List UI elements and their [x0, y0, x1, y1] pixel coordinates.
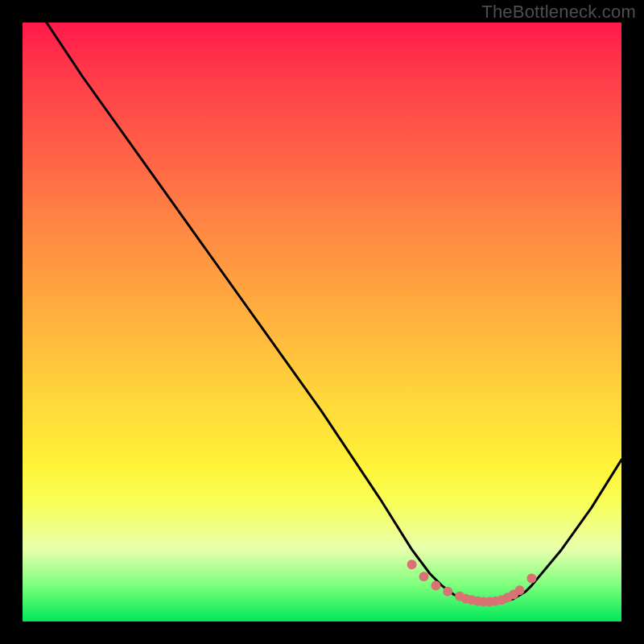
svg-point-0: [407, 559, 417, 569]
svg-point-2: [431, 580, 440, 590]
chart-plot-area: [23, 23, 621, 621]
chart-flat-dots: [407, 559, 537, 606]
chart-curve: [47, 23, 621, 604]
watermark-text: TheBottleneck.com: [481, 2, 636, 23]
svg-point-15: [526, 573, 536, 583]
chart-svg: [23, 23, 621, 621]
svg-point-1: [419, 572, 429, 581]
svg-point-3: [443, 587, 452, 597]
svg-point-14: [515, 585, 525, 595]
